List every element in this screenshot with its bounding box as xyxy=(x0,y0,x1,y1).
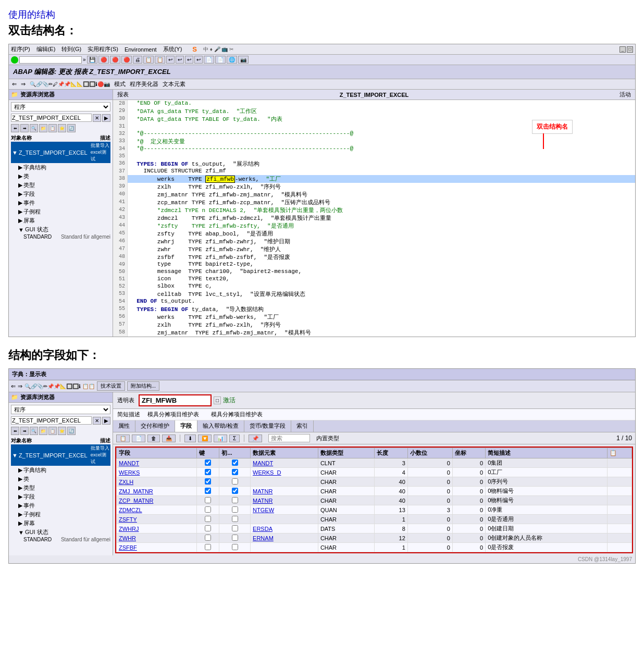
data-elem-link[interactable]: ERSDA xyxy=(253,526,273,532)
menu-goto[interactable]: 转到(G) xyxy=(61,45,81,53)
init-checkbox[interactable] xyxy=(219,477,251,487)
dict-name-input[interactable] xyxy=(139,394,212,406)
group-btn[interactable]: 📊 xyxy=(214,435,227,442)
btn10[interactable]: ↩ xyxy=(185,56,193,64)
btn15[interactable]: 📷 xyxy=(238,56,249,64)
fwd-arrow[interactable]: ⇒ xyxy=(21,81,26,88)
sidebar-open-btn[interactable]: ▶ xyxy=(102,114,110,122)
table-row[interactable]: ZWHRERNAMCHAR12000创建对象的人员名称 xyxy=(117,533,632,543)
tab-fields[interactable]: 字段 xyxy=(175,420,197,432)
key-checkbox[interactable] xyxy=(197,487,219,496)
menu-utilities[interactable]: 实用程序(S) xyxy=(88,45,118,53)
dict-icon-filter[interactable]: 🔍 xyxy=(30,427,38,435)
data-elem-link[interactable]: WERKS_D xyxy=(253,469,281,476)
table-row[interactable]: WERKSWERKS_DCHAR4000工厂 xyxy=(117,468,632,477)
key-checkbox[interactable] xyxy=(197,496,219,505)
dict-tree-root[interactable]: ▼ Z_TEST_IMPORT_EXCEL 批量导入excel测试 xyxy=(11,444,110,466)
key-checkbox[interactable] xyxy=(197,458,219,468)
tree-item-field[interactable]: ▶字段 xyxy=(17,190,110,198)
program-name-input[interactable] xyxy=(11,114,92,122)
btn4[interactable]: 🔴 xyxy=(121,56,132,64)
menu-edit[interactable]: 编辑(E) xyxy=(36,45,56,53)
program-input[interactable] xyxy=(19,56,82,64)
btn6[interactable]: 📋 xyxy=(143,56,154,64)
tree-item-dict[interactable]: ▶字典结构 xyxy=(17,163,110,172)
btn9[interactable]: ↩ xyxy=(176,56,184,64)
init-checkbox[interactable] xyxy=(219,543,251,552)
init-checkbox[interactable] xyxy=(219,468,251,477)
tab-attribute[interactable]: 属性 xyxy=(113,420,135,432)
btn7[interactable]: 📋 xyxy=(155,56,165,64)
search-input[interactable] xyxy=(268,434,310,442)
maximize-btn[interactable]: □ xyxy=(627,46,633,53)
table-row[interactable]: ZCP_MATNRMATNRCHAR40000物料编号 xyxy=(117,496,632,505)
dict-tree-class[interactable]: ▶类 xyxy=(17,475,110,483)
program-type-select[interactable]: 程序 xyxy=(11,102,110,111)
field-link[interactable]: ZWHRJ xyxy=(119,526,139,532)
dict-tree-dict[interactable]: ▶字典结构 xyxy=(17,466,110,475)
dict-icon-folder[interactable]: 📁 xyxy=(39,427,47,435)
menu-system[interactable]: 系统(Y) xyxy=(163,45,182,53)
mark-btn[interactable]: 📌 xyxy=(249,435,262,442)
dict-close-btn[interactable]: ✕ xyxy=(93,417,101,425)
table-row[interactable]: ZSFBFCHAR1000是否报废 xyxy=(117,543,632,552)
tree-item-type[interactable]: ▶类型 xyxy=(17,181,110,190)
dict-icon-refresh[interactable]: 🔄 xyxy=(67,427,76,435)
data-elem-link[interactable]: ERNAM xyxy=(253,535,274,541)
btn13[interactable]: 📄 xyxy=(215,56,226,64)
table-row[interactable]: ZSFTYCHAR1000是否通用 xyxy=(117,515,632,524)
key-checkbox[interactable] xyxy=(197,505,219,515)
add-struct-btn[interactable]: 附加结构... xyxy=(127,381,159,391)
tab-delivery[interactable]: 交付和维护 xyxy=(135,420,175,432)
field-link[interactable]: ZXLH xyxy=(119,479,133,485)
tech-settings-btn[interactable]: 技术设置 xyxy=(97,381,125,391)
field-link[interactable]: ZCP_MATNR xyxy=(119,498,153,504)
tab-index[interactable]: 索引 xyxy=(291,420,314,432)
field-link[interactable]: ZDMCZL xyxy=(119,507,142,513)
menu-environment[interactable]: Environment xyxy=(125,46,157,53)
minimize-btn[interactable]: _ xyxy=(620,46,626,53)
icon-star[interactable]: ⭐ xyxy=(58,124,66,132)
btn3[interactable]: 🔴 xyxy=(110,56,120,64)
btn2[interactable]: 🔴 xyxy=(98,56,109,64)
print-btn[interactable]: 🖨 xyxy=(133,56,142,64)
tree-item-sub[interactable]: ▶子例程 xyxy=(17,207,110,216)
key-checkbox[interactable] xyxy=(197,477,219,487)
init-checkbox[interactable] xyxy=(219,458,251,468)
init-checkbox[interactable] xyxy=(219,515,251,524)
field-link[interactable]: ZSFBF xyxy=(119,544,137,551)
filter-btn[interactable]: 🔽 xyxy=(198,435,212,442)
icon-fwd[interactable]: ➡ xyxy=(20,124,29,132)
btn14[interactable]: 🌐 xyxy=(227,56,237,64)
dict-icon-fwd[interactable]: ➡ xyxy=(20,427,29,435)
table-row[interactable]: ZXLHCHAR40000序列号 xyxy=(117,477,632,487)
btn11[interactable]: ↩ xyxy=(194,56,203,64)
tree-item-gui[interactable]: ▼GUI 状态 xyxy=(17,225,110,234)
tree-root-item[interactable]: ▼ Z_TEST_IMPORT_EXCEL 批量导入excel测试 xyxy=(11,142,110,163)
dict-program-input[interactable] xyxy=(11,416,92,425)
new-row-btn[interactable]: 📋 xyxy=(116,435,130,442)
table-row[interactable]: ZDMCZLNTGEWQUAN13300净重 xyxy=(117,505,632,515)
tree-item-event[interactable]: ▶事件 xyxy=(17,198,110,207)
dict-fwd[interactable]: ⇒ xyxy=(18,383,22,390)
icon-folder[interactable]: 📁 xyxy=(39,124,47,132)
sum-btn[interactable]: Σ xyxy=(229,435,240,442)
key-checkbox[interactable] xyxy=(197,524,219,533)
dict-tree-sub[interactable]: ▶子例程 xyxy=(17,510,110,519)
dict-tree-gui[interactable]: ▼GUI 状态 xyxy=(17,528,110,537)
dict-tree-event[interactable]: ▶事件 xyxy=(17,501,110,510)
field-link[interactable]: WERKS xyxy=(119,469,140,476)
dict-open-btn[interactable]: ▶ xyxy=(102,417,110,425)
data-elem-link[interactable]: MATNR xyxy=(253,488,273,494)
field-link[interactable]: ZSFTY xyxy=(119,516,137,523)
copy-row-btn[interactable]: 📄 xyxy=(132,435,145,442)
icon-filter[interactable]: 🔍 xyxy=(30,124,38,132)
init-checkbox[interactable] xyxy=(219,505,251,515)
init-checkbox[interactable] xyxy=(219,487,251,496)
tab-currency[interactable]: 货币/数量字段 xyxy=(244,420,291,432)
icon-refresh[interactable]: 🔄 xyxy=(67,124,76,132)
menu-program[interactable]: 程序(P) xyxy=(11,45,30,53)
key-checkbox[interactable] xyxy=(197,515,219,524)
dict-icon-star[interactable]: ⭐ xyxy=(58,427,66,435)
table-row[interactable]: MANDTMANDTCLNT3000集团 xyxy=(117,458,632,468)
